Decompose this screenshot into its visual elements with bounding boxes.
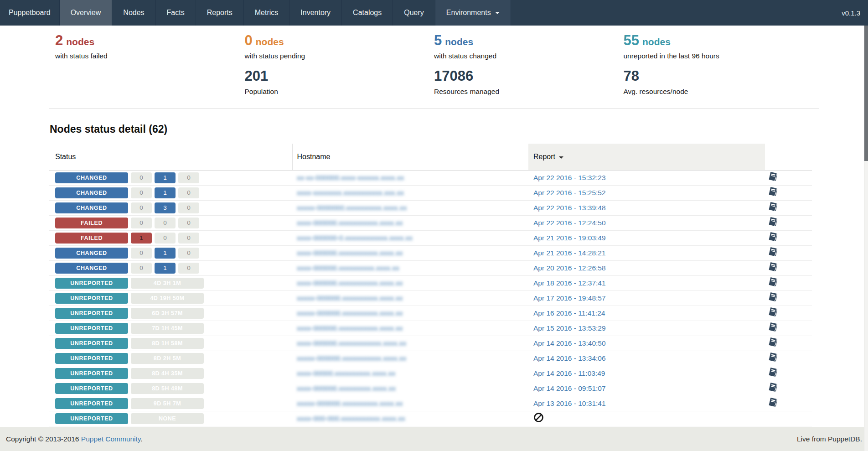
report-link[interactable]: Apr 13 2016 - 10:31:41 [533, 399, 606, 407]
scrollbar-thumb[interactable] [864, 26, 868, 161]
resource-count-badge: 0 [178, 248, 199, 259]
nav-item-catalogs[interactable]: Catalogs [342, 0, 393, 26]
table-row: CHANGED010xxxx-xxxxxxxx.xxxxxxxxxxx.xxx.… [49, 185, 812, 200]
hostname-link[interactable]: xxxxx-0000000.xxxxxxxxxx.xxxx.xx [297, 204, 407, 212]
puppet-community-link[interactable]: Puppet Community [81, 435, 141, 443]
hostname-link[interactable]: xxxx-000000.xxxxxxxxxxxx.xxxx.xx [297, 339, 406, 347]
nav-item-label: Puppetboard [9, 9, 51, 17]
hostname-link[interactable]: xxxxx-000000.xxxxxxxxxxx.xxxx.xx [297, 354, 406, 362]
report-log-link[interactable] [768, 321, 779, 333]
nav-item-inventory[interactable]: Inventory [289, 0, 342, 26]
stat-unit: nodes [445, 36, 473, 47]
nav-item-overview[interactable]: Overview [60, 0, 113, 26]
report-log-link[interactable] [768, 201, 779, 213]
last-report-age-badge: 8D 4H 35M [131, 368, 204, 379]
report-link[interactable]: Apr 18 2016 - 12:37:41 [533, 279, 606, 287]
report-log-link[interactable] [768, 246, 779, 258]
nav-item-environments[interactable]: Environments [435, 0, 511, 26]
report-link[interactable]: Apr 14 2016 - 13:34:06 [533, 354, 606, 362]
stat-card-failed: 2nodeswith status failed [55, 33, 245, 60]
status-cell: UNREPORTED9D 5H 7M [49, 396, 292, 411]
report-log-link[interactable] [768, 186, 779, 198]
status-wrap: UNREPORTED4D 3H 1M [55, 278, 292, 289]
book-icon [768, 337, 779, 348]
report-link[interactable]: Apr 20 2016 - 12:26:58 [533, 264, 606, 272]
report-log-link[interactable] [768, 397, 779, 409]
nav-item-reports[interactable]: Reports [196, 0, 244, 26]
hostname-link[interactable]: xxxxx-000000.xxxxxxxxxx.xxxx.xx [297, 399, 403, 407]
stat-caption: with status failed [55, 52, 245, 60]
column-header-status[interactable]: Status [49, 144, 292, 170]
report-link[interactable]: Apr 22 2016 - 15:32:23 [533, 174, 606, 181]
status-wrap: UNREPORTED8D 5H 48M [55, 383, 292, 394]
stat-number: 78 [624, 68, 813, 84]
report-link[interactable]: Apr 14 2016 - 09:51:07 [533, 384, 606, 392]
report-link[interactable]: Apr 22 2016 - 15:25:52 [533, 189, 606, 197]
hostname-link[interactable]: xxxxx-000000.xxxxxxxxxx.xxxx.xx [297, 309, 403, 317]
report-link[interactable]: Apr 17 2016 - 19:48:57 [533, 294, 606, 302]
hostname-link[interactable]: xxxx-00000.xxxxxxxxxx.xxxx.xx [297, 369, 395, 377]
book-icon [768, 382, 779, 394]
report-log-link[interactable] [768, 261, 779, 273]
status-cell: CHANGED010 [49, 245, 292, 260]
status-badge: UNREPORTED [55, 278, 128, 289]
report-log-link[interactable] [768, 352, 779, 363]
hostname-link[interactable]: xxxx-000000.xxxxxxxxxxx.xxxx.xx [297, 324, 403, 332]
hostname-link[interactable]: xxxx-xxxxxxxx.xxxxxxxxxxx.xxx.xx [297, 189, 404, 197]
hostname-link[interactable]: xxxx-000000.xxxxxxxxxxx.xxxx.xx [297, 219, 403, 227]
actions-cell [765, 396, 812, 411]
table-row: UNREPORTED8D 5H 48Mxxxx-000000.xxxxxxxxx… [49, 381, 812, 396]
report-log-link[interactable] [768, 276, 779, 288]
report-log-link[interactable] [768, 171, 779, 183]
nav-item-nodes[interactable]: Nodes [112, 0, 155, 26]
nav-item-query[interactable]: Query [393, 0, 435, 26]
report-log-link[interactable] [768, 231, 779, 243]
navbar-brand[interactable]: Puppetboard [0, 0, 60, 26]
report-link[interactable]: Apr 22 2016 - 12:24:50 [533, 219, 606, 227]
report-log-link[interactable] [768, 382, 779, 394]
status-cell: UNREPORTED8D 1H 58M [49, 336, 292, 351]
status-wrap: CHANGED010 [55, 248, 292, 259]
nav-item-metrics[interactable]: Metrics [244, 0, 290, 26]
actions-cell [765, 170, 812, 185]
hostname-link[interactable]: xxxx-000000.xxxxxxxxxxx.xxxx.xx [297, 249, 403, 257]
report-log-link[interactable] [768, 337, 779, 348]
column-header-report[interactable]: Report [528, 144, 765, 170]
report-link[interactable]: Apr 22 2016 - 13:39:48 [533, 204, 606, 212]
report-log-link[interactable] [768, 306, 779, 318]
column-header-hostname[interactable]: Hostname [292, 144, 528, 170]
status-wrap: CHANGED010 [55, 187, 292, 198]
report-cell: Apr 20 2016 - 12:26:58 [528, 260, 765, 275]
report-log-link[interactable] [768, 367, 779, 378]
report-link[interactable]: Apr 14 2016 - 13:40:50 [533, 339, 606, 347]
report-link[interactable]: Apr 21 2016 - 19:03:49 [533, 234, 606, 242]
hostname-link[interactable]: xxxx-000000-0.xxxxxxxxxxxx.xxxx.xx [297, 234, 413, 242]
table-row: UNREPORTED4D 3H 1Mxxxx-000000.xxxxxxxxxx… [49, 275, 812, 290]
hostname-link[interactable]: xxxx-000000.xxxxxxxxxxx.xxxx.xx [297, 279, 403, 287]
nav-item-label: Query [404, 9, 424, 17]
table-row: UNREPORTED8D 2H 5Mxxxxx-000000.xxxxxxxxx… [49, 351, 812, 366]
status-wrap: UNREPORTED8D 2H 5M [55, 353, 292, 364]
report-log-link[interactable] [768, 291, 779, 303]
book-icon [768, 397, 779, 409]
hostname-link[interactable]: xx-xx-000000.xxxx-xxxxxx.xxxx.xx [297, 174, 404, 181]
actions-cell [765, 290, 812, 306]
hostname-link[interactable]: xxxx-000-000.xxxxxxxxxxx.xxxx.xx [297, 415, 405, 422]
status-wrap: UNREPORTED8D 4H 35M [55, 368, 292, 379]
report-link[interactable]: Apr 14 2016 - 11:03:49 [533, 369, 605, 377]
report-log-link[interactable] [768, 216, 779, 228]
no-report-indicator [533, 412, 544, 423]
hostname-link[interactable]: xxxx-000000.xxxxxxxxxx.xxxx.xx [297, 264, 399, 272]
stat-number: 0 [245, 32, 253, 48]
hostname-cell: xxxx-000-000.xxxxxxxxxxx.xxxx.xx [292, 411, 528, 426]
report-link[interactable]: Apr 15 2016 - 13:53:29 [533, 324, 606, 332]
status-badge: UNREPORTED [55, 338, 128, 349]
report-link[interactable]: Apr 21 2016 - 14:28:21 [533, 249, 606, 257]
hostname-link[interactable]: xxxxx-000000.xxxxxxxxxx.xxxx.xx [297, 294, 403, 302]
report-cell [528, 411, 765, 426]
report-link[interactable]: Apr 16 2016 - 11:41:24 [533, 309, 605, 317]
stat-number: 17086 [434, 68, 624, 84]
hostname-link[interactable]: xxxx-000000.xxxxxxxxx.xxxx.xx [297, 384, 396, 392]
scrollbar-track[interactable] [864, 26, 868, 451]
nav-item-facts[interactable]: Facts [156, 0, 196, 26]
